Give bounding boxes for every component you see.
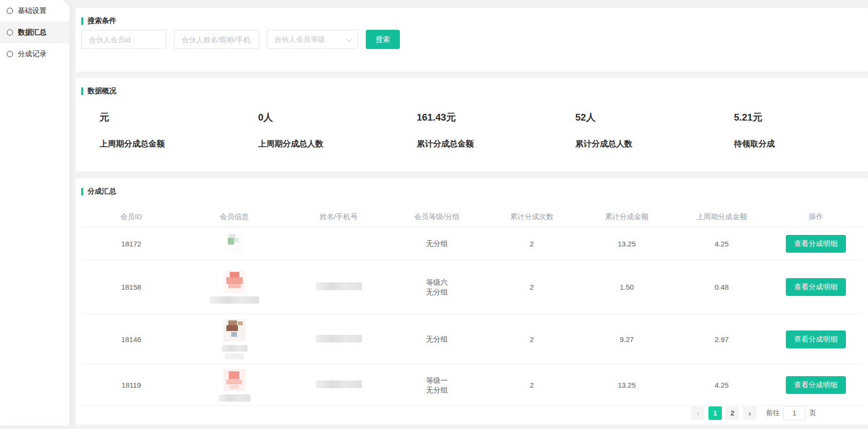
- section-title-text: 搜索条件: [87, 16, 116, 25]
- table-row: 18158 等级六 无分组 2 1.50 0.48 查看分成明细: [82, 260, 863, 314]
- table-row: 18119 等级一 无分组 2 13.25 4.25 查看分成明细: [82, 365, 863, 406]
- member-info-cell: [222, 319, 248, 359]
- member-name-cell: [316, 380, 362, 390]
- member-info-cell: [225, 234, 244, 253]
- stat-label: 上周期分成总金额: [99, 138, 258, 149]
- member-name-cell: [316, 335, 362, 344]
- share-count: 2: [530, 381, 533, 389]
- stat-label: 累计分成总金额: [417, 138, 575, 149]
- member-id: 18158: [121, 283, 141, 291]
- next-page-button[interactable]: ›: [743, 406, 756, 420]
- view-share-detail-button[interactable]: 查看分成明细: [786, 376, 846, 394]
- page-button-2[interactable]: 2: [726, 406, 739, 420]
- col-name-phone: 姓名/手机号: [320, 212, 358, 221]
- member-info-cell: [219, 369, 250, 402]
- redacted-nickname: [225, 354, 244, 359]
- section-title-text: 数据概况: [87, 86, 116, 96]
- col-share-count: 累计分成次数: [510, 212, 554, 221]
- member-id: 18146: [121, 335, 141, 343]
- stat-pending-amount: 5.21元 待领取分成: [734, 111, 868, 149]
- circle-icon: [7, 51, 13, 57]
- section-title-text: 分成汇总: [87, 187, 116, 196]
- col-member-id: 会员ID: [121, 212, 142, 221]
- share-summary-card: 分成汇总 会员ID 会员信息 姓名/手机号 会员等级/分组 累计分成次数 累计分…: [75, 178, 868, 425]
- stat-value: 5.21元: [734, 111, 868, 123]
- member-group: 无分组: [426, 287, 448, 297]
- data-overview-card: 数据概况 元 上周期分成总金额 0人 上周期分成总人数 161.43元 累计分成…: [75, 78, 868, 172]
- goto-label: 前往: [766, 409, 780, 417]
- prev-page-button[interactable]: ‹: [691, 406, 705, 420]
- view-share-detail-button[interactable]: 查看分成明细: [786, 331, 846, 348]
- stat-last-period-amount: 元 上周期分成总金额: [99, 111, 258, 149]
- stats-row: 元 上周期分成总金额 0人 上周期分成总人数 161.43元 累计分成总金额 5…: [99, 111, 868, 149]
- table-header-row: 会员ID 会员信息 姓名/手机号 会员等级/分组 累计分成次数 累计分成金额 上…: [82, 207, 863, 227]
- member-grade: 等级一: [426, 376, 448, 385]
- sidebar-item-label: 基础设置: [18, 6, 47, 15]
- grade-group-cell: 无分组: [426, 334, 448, 344]
- member-group: 无分组: [426, 385, 448, 395]
- stat-last-period-people: 0人 上周期分成总人数: [258, 111, 417, 149]
- redacted-nickname: [210, 296, 259, 304]
- sidebar-item-label: 数据汇总: [18, 28, 47, 37]
- share-count: 2: [530, 240, 533, 248]
- pagination: ‹ 1 2 › 前往 页: [691, 406, 816, 420]
- accent-bar: [81, 188, 83, 196]
- partner-name-input[interactable]: [174, 30, 259, 49]
- sidebar-item-data-summary[interactable]: 数据汇总: [0, 22, 70, 43]
- sidebar-item-basic-settings[interactable]: 基础设置: [0, 0, 70, 22]
- member-name-cell: [316, 282, 362, 292]
- share-total: 13.25: [618, 381, 636, 389]
- circle-icon: [7, 29, 13, 36]
- member-avatar: [223, 369, 246, 391]
- search-section-title: 搜索条件: [81, 16, 116, 25]
- member-avatar: [223, 271, 246, 293]
- accent-bar: [81, 87, 83, 95]
- goto-page-input[interactable]: [783, 406, 806, 420]
- member-group: 无分组: [426, 239, 448, 248]
- grade-group-cell: 等级六 无分组: [426, 278, 448, 297]
- search-button[interactable]: 搜索: [366, 30, 400, 49]
- stat-value: 52人: [575, 111, 734, 123]
- search-conditions-card: 搜索条件 合伙人会员等级 搜索: [75, 8, 868, 72]
- grade-group-cell: 无分组: [426, 239, 448, 248]
- sidebar-item-share-records[interactable]: 分成记录: [0, 43, 70, 65]
- view-share-detail-button[interactable]: 查看分成明细: [786, 235, 846, 253]
- summary-section-title: 分成汇总: [81, 187, 116, 196]
- share-total: 9.27: [620, 335, 633, 343]
- share-total: 1.50: [620, 283, 633, 291]
- share-count: 2: [530, 335, 533, 343]
- select-placeholder: 合伙人会员等级: [274, 35, 325, 44]
- last-period-amount: 4.25: [715, 381, 729, 389]
- view-share-detail-button[interactable]: 查看分成明细: [786, 278, 846, 296]
- redacted-nickname: [219, 394, 250, 402]
- stat-total-amount: 161.43元 累计分成总金额: [417, 111, 575, 149]
- col-share-total: 累计分成金额: [605, 212, 648, 221]
- table-row: 18146 无分组 2 9.27 2.97 查看分成明细: [82, 314, 863, 365]
- member-id: 18172: [121, 240, 141, 248]
- grade-group-cell: 等级一 无分组: [426, 376, 448, 395]
- share-total: 13.25: [618, 240, 636, 248]
- chevron-down-icon: [347, 36, 353, 42]
- share-summary-table: 会员ID 会员信息 姓名/手机号 会员等级/分组 累计分成次数 累计分成金额 上…: [82, 207, 863, 406]
- member-avatar: [225, 234, 244, 253]
- member-id: 18119: [122, 381, 141, 389]
- search-row: 合伙人会员等级 搜索: [81, 30, 400, 49]
- last-period-amount: 2.97: [715, 335, 729, 343]
- member-info-cell: [210, 271, 259, 304]
- stat-label: 累计分成总人数: [575, 138, 734, 149]
- page-unit-label: 页: [809, 409, 816, 417]
- member-avatar: [223, 319, 246, 342]
- sidebar: 基础设置 数据汇总 分成记录: [0, 0, 70, 426]
- partner-level-select[interactable]: 合伙人会员等级: [267, 30, 358, 49]
- stat-label: 待领取分成: [734, 138, 868, 149]
- col-member-info: 会员信息: [220, 212, 249, 221]
- stat-value: 161.43元: [417, 111, 575, 123]
- page-button-1[interactable]: 1: [708, 406, 722, 420]
- redacted-name: [316, 380, 362, 388]
- partner-member-id-input[interactable]: [81, 30, 166, 49]
- overview-section-title: 数据概况: [81, 86, 116, 96]
- redacted-nickname: [222, 345, 248, 352]
- col-last-period: 上周期分成金额: [696, 212, 747, 221]
- member-group: 无分组: [426, 334, 448, 344]
- share-count: 2: [530, 283, 533, 291]
